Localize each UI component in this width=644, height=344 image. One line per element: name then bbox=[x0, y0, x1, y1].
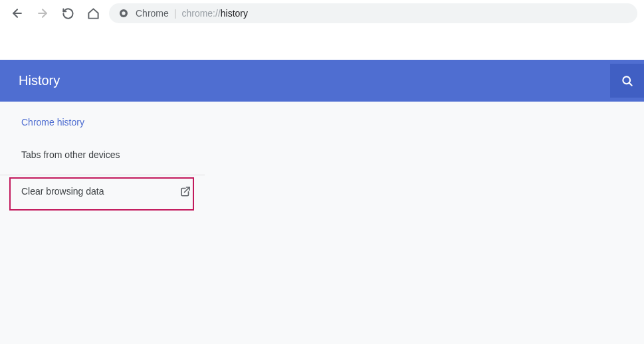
home-button[interactable] bbox=[82, 3, 104, 24]
svg-point-3 bbox=[122, 11, 125, 15]
sidebar-item-label: Tabs from other devices bbox=[21, 149, 120, 160]
page-title: History bbox=[19, 73, 60, 88]
content-area: Chrome history Tabs from other devices C… bbox=[0, 102, 644, 344]
address-bar[interactable]: Chrome | chrome://history bbox=[109, 3, 637, 23]
sidebar-item-label: Clear browsing data bbox=[21, 186, 104, 197]
sidebar: Chrome history Tabs from other devices C… bbox=[0, 102, 205, 207]
search-history-button[interactable] bbox=[610, 64, 644, 98]
reload-button[interactable] bbox=[57, 3, 78, 24]
sidebar-item-tabs-other-devices[interactable]: Tabs from other devices bbox=[0, 139, 205, 171]
toolbar-content-gap bbox=[0, 27, 644, 60]
home-icon bbox=[87, 7, 100, 20]
address-path-prefix: chrome:// bbox=[181, 8, 220, 19]
app-header: History bbox=[0, 60, 644, 102]
sidebar-item-chrome-history[interactable]: Chrome history bbox=[0, 102, 205, 139]
open-in-new-icon bbox=[179, 185, 191, 197]
arrow-left-icon bbox=[11, 7, 24, 20]
nav-buttons-group bbox=[7, 3, 104, 24]
forward-button[interactable] bbox=[32, 3, 53, 24]
sidebar-item-label: Chrome history bbox=[21, 117, 84, 128]
back-button[interactable] bbox=[7, 3, 28, 24]
arrow-right-icon bbox=[36, 7, 49, 20]
search-icon bbox=[621, 74, 634, 88]
chrome-page-icon bbox=[118, 8, 129, 19]
address-path-main: history bbox=[221, 8, 248, 19]
address-app-label: Chrome bbox=[136, 8, 169, 19]
address-separator: | bbox=[174, 8, 177, 19]
sidebar-item-clear-browsing-data[interactable]: Clear browsing data bbox=[0, 175, 205, 207]
reload-icon bbox=[62, 7, 74, 20]
browser-toolbar: Chrome | chrome://history bbox=[0, 0, 644, 27]
svg-line-5 bbox=[629, 82, 631, 85]
site-info-icon[interactable] bbox=[118, 8, 129, 19]
